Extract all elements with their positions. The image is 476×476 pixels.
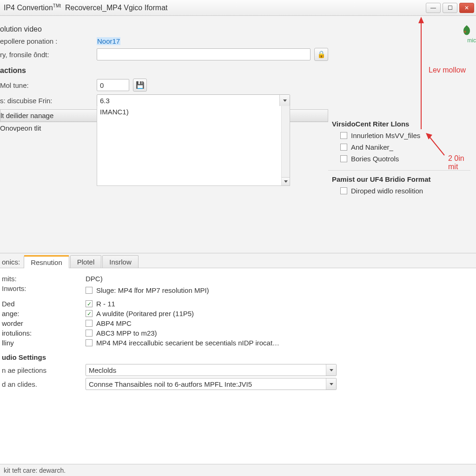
check-label: MP4 MP4 ireccallubic secarient be secent… [96,339,279,347]
checkbox-icon[interactable] [340,155,347,162]
side-group2-title: Pamist our UF4 Bridio Format [332,175,470,183]
audio-row2-label: d an clides. [2,380,86,388]
status-bar: kit teft care: dewarch. [0,464,476,476]
checkbox-icon[interactable] [340,187,347,194]
actions-listbox[interactable]: IMANC1) [97,106,290,186]
tabs-panel: onics: Resnution Plotel Insrlow mits: DP… [0,253,476,476]
audio-row1-dropdown-button[interactable] [326,364,336,376]
svg-point-0 [464,31,466,33]
title-doc: Recovercel_MP4 Vgico Iformat [65,4,168,12]
side-check-label: And Naniker_ [351,143,393,151]
scroll-down-button[interactable] [282,177,290,185]
audio-row1-value: Meclolds [86,366,326,374]
discubise-dropdown-button[interactable] [279,95,290,106]
list-row1-label: Onovpeon tlit [0,122,97,134]
annotation-arrow-diag-icon [426,133,449,156]
side-check-diroped[interactable]: Diroped widlo resolition [332,187,470,195]
svg-marker-2 [418,17,424,23]
mits-label: mits: [2,275,86,283]
svg-line-3 [429,136,444,155]
list-header-col-a[interactable]: lt deilider nanage [0,110,97,121]
maximize-button[interactable]: ☐ [443,3,457,13]
app-window: IP4 ConvertionTMt Recovercel_MP4 Vgico I… [0,0,476,476]
field-ponation-value: Noor17 [97,37,120,45]
field-ponation-label: epollere ponation : [0,37,97,45]
field-fronsile-label: ry, fronsile ôndt: [0,51,97,59]
minimize-icon: — [430,5,436,11]
side-check-naniker[interactable]: And Naniker_ [332,143,470,151]
tab-plotel[interactable]: Plotel [70,255,102,268]
browse-button[interactable]: 🔒 [314,48,328,61]
leftlabel-ange: ange: [2,310,86,317]
checkbox-icon[interactable] [340,144,347,151]
tabstrip: onics: Resnution Plotel Insrlow [0,253,476,268]
mol-tune-input[interactable] [97,79,129,91]
side-group1-title: VirsidoCent Riter Llons [332,120,470,128]
check-label: ABC3 MPP to m23) [96,329,157,337]
check-label: Sluge: MP4 ſfor MP7 resolution MPI) [96,286,209,294]
logo-caption: mic [467,37,476,44]
check-sluge[interactable]: Sluge: MP4 ſfor MP7 resolution MPI) [86,286,474,294]
audio-row2-dropdown-button[interactable] [326,378,336,390]
check-r11[interactable]: R - 11 [86,300,474,308]
close-button[interactable]: ✕ [459,3,474,13]
side-check-label: Bories Quotrols [351,155,399,163]
title-tm: TMt [53,3,61,8]
discubise-value: 6.3 [97,97,279,105]
side-panel: mic Lev mollow 2 0in mit VirsidoCent Rit… [328,16,476,253]
leftlabel-lliny: lliny [2,339,86,347]
audio-row1-label: n ae pilections [2,366,86,374]
tabs-pre-label: onics: [2,256,24,268]
close-icon: ✕ [464,5,469,11]
checkbox-icon[interactable] [86,300,93,307]
checkbox-icon[interactable] [86,339,93,346]
leftlabel-irotulions: irotulions: [2,329,86,337]
tab-body: mits: DPC) Inworts: Sluge: MP4 ſfor MP7 … [0,268,476,394]
check-label: A wuldite (Poritared prer (11P5) [96,310,194,317]
discubise-label: s: discubise Frin: [0,97,97,105]
annotation-lev: Lev mollow [429,66,466,74]
leftlabel-ded: Ded [2,300,86,308]
side-check-innurletion[interactable]: Innurletion MsVV_files [332,132,470,139]
titlebar: IP4 ConvertionTMt Recovercel_MP4 Vgico I… [0,0,476,16]
inworts-label: Inworts: [2,284,86,292]
tab-insrlow[interactable]: Insrlow [102,255,139,268]
checkbox-icon[interactable] [86,310,93,317]
maximize-icon: ☐ [448,5,453,11]
field-ponation-input[interactable]: Noor17 [97,37,311,45]
checkbox-icon[interactable] [86,287,93,294]
video-heading: olution video [0,22,328,35]
checkbox-icon[interactable] [340,132,347,139]
side-check-label: Innurletion MsVV_files [351,132,420,139]
checkbox-icon[interactable] [86,330,93,337]
chevron-down-icon [283,99,287,102]
annotation-two-oin: 2 0in mit [448,154,476,171]
check-abc3[interactable]: ABC3 MPP to m23) [86,329,474,337]
list-scrollbar[interactable] [281,106,290,185]
check-awuldite[interactable]: A wuldite (Poritared prer (11P5) [86,310,474,317]
minimize-button[interactable]: — [426,3,441,13]
window-buttons: — ☐ ✕ [426,3,474,13]
chevron-down-icon [330,369,333,371]
tab-resnution[interactable]: Resnution [24,256,69,268]
discubise-combo[interactable]: 6.3 [97,94,290,106]
app-logo-icon [460,24,473,37]
side-check-label: Diroped widlo resolition [351,187,423,195]
check-mp4mp4[interactable]: MP4 MP4 ireccallubic secarient be secent… [86,339,474,347]
check-abp4[interactable]: ABP4 MPC [86,319,474,327]
audio-row1-combo[interactable]: Meclolds [86,364,337,376]
chevron-down-icon [330,383,333,385]
audio-row2-value: Connse Thansaibles noil to 6-autfors MPF… [86,380,326,388]
title-app: IP4 Convertion [4,4,53,12]
window-title: IP4 ConvertionTMt Recovercel_MP4 Vgico I… [4,3,426,12]
audio-row2-combo[interactable]: Connse Thansaibles noil to 6-autfors MPF… [86,378,337,390]
main-form: olution video epollere ponation : Noor17… [0,16,328,253]
save-icon: 💾 [136,81,145,89]
list-row1-value: IMANC1) [97,106,290,118]
field-fronsile-input[interactable] [97,48,311,60]
actions-heading: actions [0,64,328,77]
check-label: ABP4 MPC [96,319,132,327]
mol-tune-stepper[interactable]: 💾 [133,79,147,92]
checkbox-icon[interactable] [86,320,93,327]
annotation-arrow-up-icon [416,16,426,132]
